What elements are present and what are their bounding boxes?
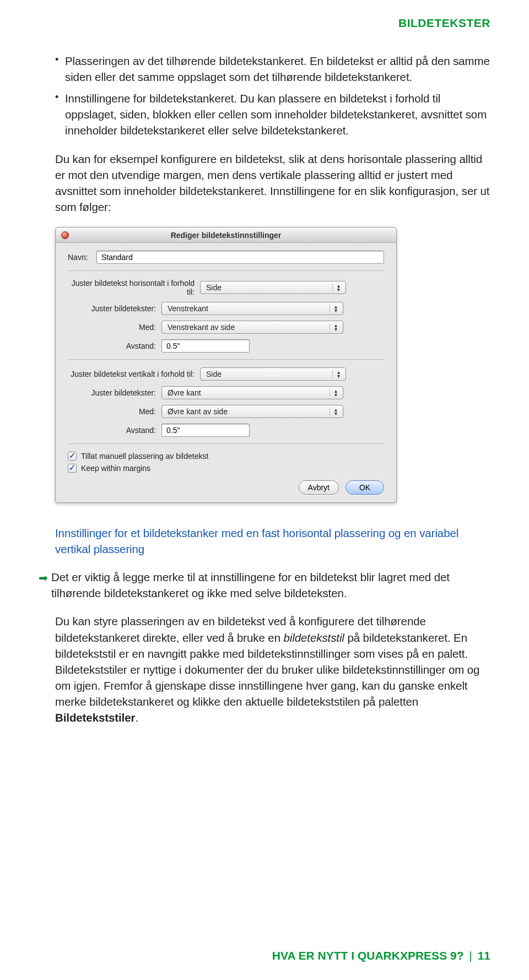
- select-value: Venstrekant av side: [168, 323, 235, 332]
- v-offset-label: Avstand:: [68, 426, 161, 435]
- h-relative-select[interactable]: Side: [200, 281, 346, 294]
- arrow-note-icon: ➡: [39, 572, 48, 583]
- note-paragraph: Det er viktig å legge merke til at innst…: [51, 569, 490, 601]
- divider: [68, 359, 384, 360]
- chevron-updown-icon: [330, 305, 339, 312]
- checkbox-label: Tillat manuell plassering av bildetekst: [81, 452, 208, 461]
- name-label: Navn:: [68, 253, 96, 262]
- close-icon[interactable]: [61, 231, 69, 239]
- checkbox-label: Keep within margins: [81, 464, 150, 473]
- v-relative-label: Juster bildetekst vertikalt i forhold ti…: [68, 370, 200, 378]
- chevron-updown-icon: [332, 284, 342, 291]
- h-offset-input[interactable]: [161, 339, 250, 353]
- v-with-select[interactable]: Øvre kant av side: [161, 405, 343, 418]
- h-relative-label: Juster bildetekst horisontalt i forhold …: [68, 279, 200, 296]
- chevron-updown-icon: [330, 323, 339, 331]
- dialog-title: Rediger bildetekstinnstillinger: [56, 228, 396, 243]
- figure-caption: Innstillinger for et bildetekstanker med…: [55, 525, 490, 557]
- divider: [68, 270, 384, 271]
- footer-divider: |: [469, 949, 472, 962]
- divider: [68, 443, 384, 444]
- select-value: Side: [206, 283, 222, 292]
- page-footer: HVA ER NYTT I QUARKXPRESS 9? | 11: [272, 949, 490, 962]
- v-align-label: Juster bildetekster:: [68, 388, 161, 397]
- allow-manual-checkbox[interactable]: Tillat manuell plassering av bildetekst: [68, 452, 384, 461]
- check-icon: [68, 464, 77, 473]
- select-value: Side: [206, 370, 222, 378]
- h-offset-label: Avstand:: [68, 342, 161, 350]
- cancel-button[interactable]: Avbryt: [299, 480, 339, 495]
- bullet-item: Plasseringen av det tilhørende bildeteks…: [55, 53, 490, 85]
- v-align-select[interactable]: Øvre kant: [161, 386, 343, 399]
- h-with-select[interactable]: Venstrekant av side: [161, 321, 343, 334]
- section-header: BILDETEKSTER: [55, 17, 490, 30]
- text-italic: bildetekststil: [284, 631, 344, 644]
- text-run: .: [135, 711, 138, 724]
- footer-text: HVA ER NYTT I QUARKXPRESS 9?: [272, 949, 464, 962]
- dialog-title-text: Rediger bildetekstinnstillinger: [171, 231, 282, 240]
- chevron-updown-icon: [330, 408, 339, 415]
- v-offset-input[interactable]: [161, 424, 250, 437]
- bullet-item: Innstillingene for bildetekstankeret. Du…: [55, 90, 490, 138]
- settings-dialog: Rediger bildetekstinnstillinger Navn: Ju…: [55, 227, 397, 503]
- select-value: Øvre kant av side: [168, 407, 228, 416]
- body-paragraph: Du kan styre plasseringen av en bildetek…: [55, 613, 490, 725]
- chevron-updown-icon: [330, 389, 339, 397]
- select-value: Øvre kant: [168, 388, 201, 397]
- ok-button[interactable]: OK: [346, 480, 384, 495]
- body-paragraph: Du kan for eksempel konfigurere en bilde…: [55, 151, 490, 215]
- h-with-label: Med:: [68, 323, 161, 332]
- v-with-label: Med:: [68, 407, 161, 416]
- bullet-list: Plasseringen av det tilhørende bildeteks…: [55, 53, 490, 139]
- text-bold: Bildetekststiler: [55, 711, 135, 724]
- chevron-updown-icon: [332, 370, 342, 378]
- select-value: Venstrekant: [168, 304, 208, 313]
- check-icon: [68, 452, 77, 461]
- keep-margins-checkbox[interactable]: Keep within margins: [68, 464, 384, 473]
- h-align-select[interactable]: Venstrekant: [161, 302, 343, 315]
- h-align-label: Juster bildetekster:: [68, 304, 161, 313]
- name-input[interactable]: [96, 251, 384, 264]
- v-relative-select[interactable]: Side: [200, 367, 346, 381]
- page-number: 11: [478, 949, 490, 962]
